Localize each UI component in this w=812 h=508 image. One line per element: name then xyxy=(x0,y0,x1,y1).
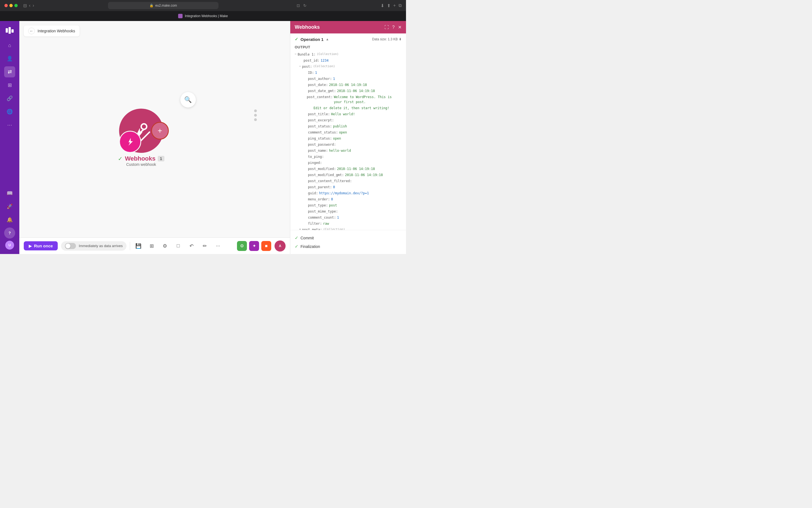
tree-key: post_mime_type: xyxy=(308,209,338,214)
toggle-track[interactable] xyxy=(65,243,76,249)
tree-key: pinged: xyxy=(308,160,322,165)
tree-toggle-icon[interactable]: − xyxy=(299,64,301,69)
module-check-icon: ✓ xyxy=(118,155,123,162)
tree-key: post_modified: xyxy=(308,166,336,171)
lightning-icon xyxy=(125,137,135,147)
share-icon[interactable]: ⬆ xyxy=(387,3,390,8)
panel-expand-button[interactable]: ⛶ xyxy=(384,25,389,30)
settings-button[interactable]: ⚙ xyxy=(160,241,170,251)
tree-key: post_author: xyxy=(308,76,332,81)
tree-row[interactable]: −Bundle 1:(Collection) xyxy=(295,51,401,57)
save-button[interactable]: 💾 xyxy=(133,241,143,251)
tree-row: post_mime_type: xyxy=(303,208,401,214)
back-button[interactable]: ← xyxy=(28,28,35,34)
tree-key: post_title: xyxy=(308,112,330,117)
browser-chrome: ⊟ ‹ › 🔒 eu2.make.com ⊡ ↻ ⬇ ⬆ + ⧉ xyxy=(0,0,406,11)
note-button[interactable]: □ xyxy=(173,241,183,251)
tree-key: post_id: xyxy=(303,58,320,63)
purple-action-button[interactable]: ✦ xyxy=(249,241,259,251)
forward-icon[interactable]: › xyxy=(33,3,34,8)
sidebar-item-more[interactable]: ⋯ xyxy=(4,119,15,130)
app-logo[interactable] xyxy=(5,26,15,35)
minimize-dot[interactable] xyxy=(9,4,13,7)
new-tab-icon[interactable]: + xyxy=(393,3,396,8)
tree-value: Welcome to WordPress. This is your first… xyxy=(334,94,401,104)
refresh-icon[interactable]: ↻ xyxy=(303,3,306,8)
tree-toggle-icon[interactable]: + xyxy=(299,227,301,230)
tree-row: comment_status:open xyxy=(303,129,401,135)
tree-key: post_name: xyxy=(308,148,328,153)
fullscreen-dot[interactable] xyxy=(14,4,18,7)
tree-value: open xyxy=(333,136,341,141)
webhook-module-area: + ✓ Webhooks 1 Custom webhook xyxy=(118,109,164,167)
toggle-label: Immediately as data arrives xyxy=(79,244,123,248)
tree-row: post_content_filtered: xyxy=(303,178,401,184)
back-icon[interactable]: ‹ xyxy=(29,3,31,8)
panel-footer: ✓ Commit ✓ Finalization xyxy=(290,230,406,254)
tree-value: 2018-11-06 14:19:18 xyxy=(337,88,375,93)
tree-value: 2018-11-06 14:19:18 xyxy=(329,82,367,87)
table-view-button[interactable]: ⊞ xyxy=(147,241,157,251)
operation-check-icon: ✓ xyxy=(295,37,298,42)
tree-value: 1234 xyxy=(321,58,329,63)
module-badge: 1 xyxy=(158,156,164,161)
tree-key: Bundle 1: xyxy=(298,52,316,57)
toolbar-divider-1 xyxy=(130,242,130,250)
schedule-toggle[interactable]: Immediately as data arrives xyxy=(61,241,127,251)
sidebar-item-bell[interactable]: 🔔 xyxy=(4,214,15,225)
sidebar-item-help[interactable]: ? xyxy=(4,227,15,239)
connection-dot-1 xyxy=(254,110,257,112)
sidebar-toggle-icon[interactable]: ⊟ xyxy=(23,3,27,8)
download-data-icon[interactable]: ⬇ xyxy=(399,37,401,41)
breadcrumb-title: Integration Webhooks xyxy=(38,29,75,33)
sidebar-item-rocket[interactable]: 🚀 xyxy=(4,201,15,212)
tree-key: comment_status: xyxy=(308,130,338,135)
undo-icon: ↶ xyxy=(189,243,194,249)
sidebar-item-scenarios[interactable]: ⇄ xyxy=(4,66,15,77)
tree-row[interactable]: +post_meta:(Collection) xyxy=(299,227,401,230)
browser-nav: ⊟ ‹ › xyxy=(23,3,34,8)
make-logo-icon xyxy=(5,26,14,35)
tree-key: post: xyxy=(302,64,312,69)
address-bar[interactable]: 🔒 eu2.make.com xyxy=(108,2,219,9)
tree-row: post_content:Welcome to WordPress. This … xyxy=(303,94,401,105)
tree-type: (Collection) xyxy=(313,64,335,69)
tree-key: post_excerpt: xyxy=(308,118,334,123)
operation-label: Operation 1 xyxy=(300,37,323,42)
sidebar-item-teams[interactable]: ⊞ xyxy=(4,80,15,91)
ai-button[interactable]: A xyxy=(275,241,286,252)
sidebar-item-connections[interactable]: 🔗 xyxy=(4,93,15,104)
sidebar-item-home[interactable]: ⌂ xyxy=(4,40,15,51)
download-icon[interactable]: ⬇ xyxy=(381,3,384,8)
user-avatar[interactable]: U xyxy=(5,241,14,250)
data-tree: −Bundle 1:(Collection)post_id:1234−post:… xyxy=(295,51,401,230)
tree-type: (Collection) xyxy=(317,52,339,57)
panel-close-button[interactable]: ✕ xyxy=(398,25,401,30)
add-module-button[interactable]: + xyxy=(151,122,169,139)
close-dot[interactable] xyxy=(4,4,8,7)
tree-row: pinged: xyxy=(303,160,401,166)
tree-value: 1 xyxy=(337,215,339,220)
finalization-row: ✓ Finalization xyxy=(295,242,401,251)
tree-row: menu_order:0 xyxy=(303,196,401,202)
run-once-button[interactable]: ▶ Run once xyxy=(24,241,58,250)
tree-row[interactable]: −post:(Collection) xyxy=(299,64,401,70)
more-button[interactable]: ··· xyxy=(213,241,223,251)
green-action-button[interactable]: ⚙ xyxy=(237,241,247,251)
save-icon: 💾 xyxy=(135,243,141,249)
tree-key: ID: xyxy=(308,70,314,75)
tools-button[interactable]: ✏ xyxy=(200,241,209,251)
panel-help-button[interactable]: ? xyxy=(392,25,395,30)
undo-button[interactable]: ↶ xyxy=(186,241,196,251)
sidebar-item-users[interactable]: 👤 xyxy=(4,53,15,64)
sidebar-item-docs[interactable]: 📖 xyxy=(4,188,15,199)
tabs-icon[interactable]: ⧉ xyxy=(398,3,401,8)
svg-point-3 xyxy=(141,124,147,129)
webhook-module[interactable]: + ✓ Webhooks 1 Custom webhook xyxy=(118,109,164,167)
orange-action-button[interactable]: ■ xyxy=(261,241,271,251)
tree-toggle-icon[interactable]: − xyxy=(295,52,297,57)
app-layout: ⌂ 👤 ⇄ ⊞ 🔗 🌐 ⋯ 📖 🚀 🔔 ? U ← Integration We… xyxy=(0,21,406,254)
browser-actions: ⬇ ⬆ + ⧉ xyxy=(381,3,401,8)
operation-title: ✓ Operation 1 ▲ xyxy=(295,37,329,42)
sidebar-item-global[interactable]: 🌐 xyxy=(4,106,15,117)
